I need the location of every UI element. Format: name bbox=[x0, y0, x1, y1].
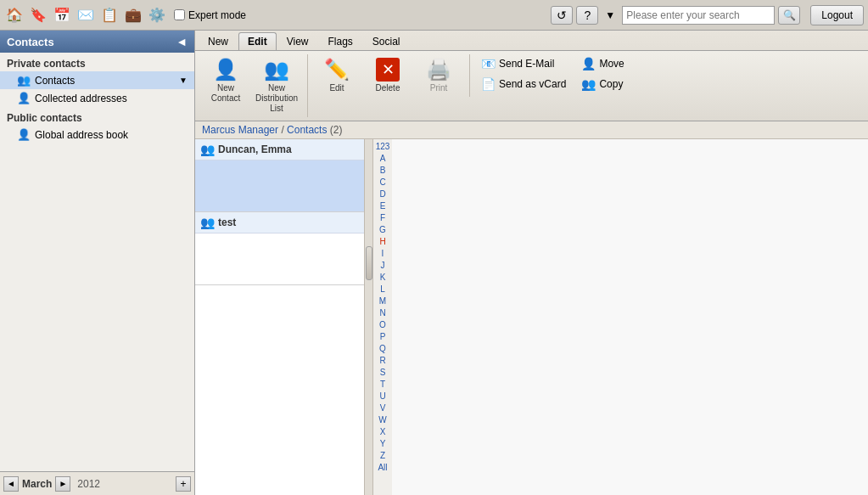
alpha-item-U[interactable]: U bbox=[379, 391, 385, 402]
delete-button[interactable]: ✕ Delete bbox=[364, 54, 412, 97]
new-contact-button[interactable]: 👤 NewContact bbox=[202, 54, 249, 107]
contact-card-1[interactable]: 👥 test bbox=[195, 212, 364, 285]
expert-mode-label: Expert mode bbox=[188, 9, 246, 21]
send-group: 📧 Send E-Mail 📄 Send as vCard bbox=[475, 54, 572, 93]
tab-view[interactable]: View bbox=[277, 32, 318, 50]
alpha-item-Z[interactable]: Z bbox=[380, 450, 385, 462]
help-button[interactable]: ? bbox=[576, 6, 598, 25]
alpha-item-X[interactable]: X bbox=[380, 426, 386, 438]
alpha-item-S[interactable]: S bbox=[380, 367, 386, 379]
alpha-item-O[interactable]: O bbox=[379, 319, 386, 331]
send-email-button[interactable]: 📧 Send E-Mail bbox=[475, 54, 572, 73]
new-contact-icon: 👤 bbox=[213, 58, 238, 82]
send-vcard-icon: 📄 bbox=[481, 77, 496, 91]
month-label: March bbox=[22, 478, 52, 490]
breadcrumb-contacts[interactable]: Contacts bbox=[287, 124, 327, 136]
alpha-item-I[interactable]: I bbox=[382, 248, 384, 260]
copy-button[interactable]: 👥 Copy bbox=[575, 75, 630, 93]
ribbon: New Edit View Flags Social 👤 NewContact … bbox=[195, 31, 868, 121]
alpha-item-A[interactable]: A bbox=[380, 153, 386, 165]
global-icon: 👤 bbox=[17, 128, 31, 141]
print-button[interactable]: 🖨️ Print bbox=[415, 54, 462, 97]
alpha-item-B[interactable]: B bbox=[380, 165, 386, 177]
logout-button[interactable]: Logout bbox=[810, 5, 864, 25]
prev-month-button[interactable]: ◄ bbox=[3, 476, 19, 492]
alpha-item-E[interactable]: E bbox=[380, 200, 386, 212]
contact-card-0[interactable]: 👥 Duncan, Emma bbox=[195, 139, 364, 212]
sidebar-item-global[interactable]: 👤 Global address book bbox=[0, 126, 194, 143]
main-layout: Contacts ◄ Private contacts 👥 Contacts ▼… bbox=[0, 31, 868, 495]
tab-new[interactable]: New bbox=[199, 32, 238, 50]
email-icon[interactable]: ✉️ bbox=[76, 5, 96, 25]
expert-mode-checkbox[interactable] bbox=[174, 9, 185, 20]
tab-edit[interactable]: Edit bbox=[238, 32, 277, 50]
alpha-item-V[interactable]: V bbox=[380, 402, 386, 414]
alpha-item-N[interactable]: N bbox=[379, 307, 385, 319]
briefcase-icon[interactable]: 💼 bbox=[123, 5, 143, 25]
add-button[interactable]: + bbox=[176, 476, 191, 492]
alpha-item-R[interactable]: R bbox=[379, 355, 385, 367]
next-month-button[interactable]: ► bbox=[55, 476, 70, 492]
sidebar-item-contacts[interactable]: 👥 Contacts ▼ bbox=[0, 71, 194, 89]
contacts-icon: 👥 bbox=[17, 74, 31, 87]
alpha-item-H[interactable]: H bbox=[379, 236, 385, 248]
alpha-item-P[interactable]: P bbox=[380, 331, 386, 343]
collected-icon: 👤 bbox=[17, 92, 31, 104]
delete-label: Delete bbox=[376, 83, 400, 93]
alpha-item-L[interactable]: L bbox=[380, 284, 385, 295]
search-dropdown-icon[interactable]: ▼ bbox=[602, 6, 619, 25]
edit-button[interactable]: ✏️ Edit bbox=[313, 54, 361, 97]
year-label: 2012 bbox=[77, 478, 100, 490]
content-area: New Edit View Flags Social 👤 NewContact … bbox=[195, 31, 868, 495]
settings-icon[interactable]: ⚙️ bbox=[147, 5, 167, 25]
send-vcard-button[interactable]: 📄 Send as vCard bbox=[475, 75, 572, 93]
ribbon-tabs: New Edit View Flags Social bbox=[195, 31, 868, 50]
alpha-item-W[interactable]: W bbox=[378, 414, 386, 426]
alpha-item-All[interactable]: All bbox=[378, 462, 387, 474]
new-dist-label: New DistributionList bbox=[255, 83, 298, 114]
ribbon-body: 👤 NewContact 👥 New DistributionList ✏️ E… bbox=[195, 50, 868, 121]
sidebar-item-collected[interactable]: 👤 Collected addresses bbox=[0, 89, 194, 107]
breadcrumb: Marcus Manager / Contacts (2) bbox=[195, 121, 868, 139]
list-scrollbar[interactable] bbox=[365, 139, 373, 495]
alpha-item-Y[interactable]: Y bbox=[380, 438, 386, 450]
refresh-button[interactable]: ↺ bbox=[551, 6, 573, 25]
contact-card-body-1 bbox=[195, 233, 364, 284]
alpha-item-K[interactable]: K bbox=[380, 272, 386, 284]
tab-flags[interactable]: Flags bbox=[318, 32, 361, 50]
alpha-item-123[interactable]: 123 bbox=[376, 141, 390, 153]
breadcrumb-root[interactable]: Marcus Manager bbox=[202, 124, 278, 136]
alpha-item-T[interactable]: T bbox=[380, 379, 385, 391]
edit-icon: ✏️ bbox=[324, 58, 350, 82]
alpha-item-D[interactable]: D bbox=[379, 188, 385, 200]
calendar-icon[interactable]: 📅 bbox=[52, 5, 72, 25]
alpha-item-Q[interactable]: Q bbox=[379, 343, 386, 355]
alpha-item-C[interactable]: C bbox=[379, 177, 385, 188]
new-contact-label: NewContact bbox=[211, 83, 240, 104]
move-copy-group: 👤 Move 👥 Copy bbox=[575, 54, 630, 93]
sidebar-header: Contacts ◄ bbox=[0, 31, 194, 53]
sidebar: Contacts ◄ Private contacts 👥 Contacts ▼… bbox=[0, 31, 195, 495]
sidebar-item-global-label: Global address book bbox=[35, 129, 128, 141]
alpha-item-M[interactable]: M bbox=[379, 295, 386, 307]
sidebar-bottom: ◄ March ► 2012 + bbox=[0, 471, 194, 495]
contact-list: 👥 Duncan, Emma 👥 test bbox=[195, 139, 365, 495]
scrollbar-thumb[interactable] bbox=[366, 246, 372, 280]
alpha-item-G[interactable]: G bbox=[379, 224, 386, 236]
home-icon[interactable]: 🏠 bbox=[4, 5, 25, 25]
search-input[interactable] bbox=[622, 6, 775, 25]
search-button[interactable]: 🔍 bbox=[778, 6, 800, 25]
move-button[interactable]: 👤 Move bbox=[575, 54, 630, 73]
contact-card-icon-0: 👥 bbox=[200, 143, 215, 156]
sidebar-item-contacts-label: Contacts bbox=[35, 75, 75, 87]
copy-label: Copy bbox=[599, 78, 623, 90]
contact-card-body-0 bbox=[195, 160, 364, 211]
sidebar-collapse-button[interactable]: ◄ bbox=[176, 35, 188, 48]
alpha-item-F[interactable]: F bbox=[380, 212, 385, 224]
task-icon[interactable]: 📋 bbox=[99, 5, 120, 25]
ribbon-group-new: 👤 NewContact 👥 New DistributionList bbox=[202, 54, 308, 117]
bookmark-icon[interactable]: 🔖 bbox=[28, 5, 48, 25]
new-distribution-list-button[interactable]: 👥 New DistributionList bbox=[253, 54, 300, 117]
alpha-item-J[interactable]: J bbox=[381, 260, 385, 272]
tab-social[interactable]: Social bbox=[363, 32, 410, 50]
